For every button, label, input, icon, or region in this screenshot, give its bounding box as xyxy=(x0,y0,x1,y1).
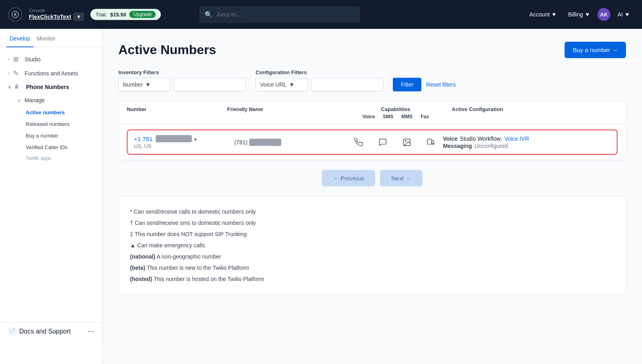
sidebar-item-studio[interactable]: › ⊞ Studio xyxy=(0,52,102,66)
manage-submenu: Active numbers Released numbers Buy a nu… xyxy=(18,107,102,153)
messaging-config-row: Messaging Unconfigured xyxy=(443,143,610,149)
config-filter-row: Voice URL ▼ xyxy=(256,78,383,91)
account-chevron-icon: ▼ xyxy=(551,11,557,18)
filters-section: Inventory Filters Number ▼ Configuration… xyxy=(118,69,626,91)
phone-number-link[interactable]: +1 781 ▲ xyxy=(134,135,234,142)
trial-amount: $15.50 xyxy=(110,12,126,18)
trial-badge: Trial: $15.50 Upgrade xyxy=(90,9,161,20)
dropdown-chevron-icon: ▼ xyxy=(289,81,295,88)
number-filter-input[interactable] xyxy=(174,78,246,91)
mms-capability-cell xyxy=(395,138,419,147)
col-sms-sub: SMS xyxy=(383,114,393,119)
pagination: ← Previous Next → xyxy=(118,170,626,186)
number-dropdown[interactable]: Number ▼ xyxy=(118,78,171,91)
sidebar-item-label: Functions and Assets xyxy=(24,70,78,77)
legend-section: * Can send/receive calls to domestic num… xyxy=(118,196,626,295)
next-button[interactable]: Next → xyxy=(380,170,423,186)
legend-line2: † Can send/receive sms to domestic numbe… xyxy=(130,217,614,229)
topnav-right: Account ▼ Billing ▼ AK AI ▼ xyxy=(525,8,634,21)
account-button[interactable]: Account ▼ xyxy=(525,9,561,20)
config-filter-group: Configuration Filters Voice URL ▼ xyxy=(256,69,383,91)
dropdown-chevron-icon: ▼ xyxy=(145,81,151,88)
ai-button[interactable]: AI ▼ xyxy=(614,9,634,20)
chevron-right-icon: › xyxy=(8,57,9,61)
col-fax-sub: Fax xyxy=(421,114,429,119)
tab-develop[interactable]: Develop xyxy=(6,29,33,47)
sidebar-item-phone-numbers[interactable]: ∨ # Phone Numbers xyxy=(0,80,102,94)
legend-line6: (beta) This number is new to the Twilio … xyxy=(130,262,614,273)
col-friendly-header: Friendly Name xyxy=(227,106,339,119)
col-voice-sub: Voice xyxy=(362,114,375,119)
voice-url-dropdown[interactable]: Voice URL ▼ xyxy=(256,78,308,91)
col-capabilities-header: Capabilities Voice SMS MMS Fax xyxy=(339,106,452,119)
previous-button[interactable]: ← Previous xyxy=(322,170,376,186)
tab-monitor[interactable]: Monitor xyxy=(33,29,59,47)
svg-rect-4 xyxy=(427,139,432,144)
voice-ivr-link[interactable]: Voice IVR xyxy=(504,135,529,142)
sidebar-item-buy-number[interactable]: Buy a number xyxy=(26,130,102,142)
legend-line4: ▲ Can make emergency calls. xyxy=(130,240,614,251)
functions-icon: ✎ xyxy=(13,69,20,77)
studio-icon: ⊞ xyxy=(13,55,20,63)
friendly-name-cell: (781) xyxy=(234,139,347,146)
sidebar-item-verified-caller[interactable]: Verified Caller IDs xyxy=(26,142,102,153)
chevron-down-icon: ∨ xyxy=(18,98,20,103)
legend-line7: (hosted) This number is hosted on the Tw… xyxy=(130,273,614,285)
app-info: Console FlexClickToText ▼ xyxy=(29,8,84,21)
sidebar-item-manage[interactable]: ∨ Manage xyxy=(18,94,102,107)
billing-chevron-icon: ▼ xyxy=(585,11,590,18)
inventory-filter-row: Number ▼ xyxy=(118,78,246,91)
emergency-icon: ▲ xyxy=(193,137,197,141)
sidebar-tabs: Develop Monitor xyxy=(0,29,102,47)
config-cell: Voice Studio Workflow: Voice IVR Messagi… xyxy=(443,135,610,149)
voice-url-filter-input[interactable] xyxy=(311,78,383,91)
legend-line1: * Can send/receive calls to domestic num… xyxy=(130,206,614,217)
col-number-header: Number xyxy=(127,106,227,119)
legend-line3: ‡ This number does NOT support SIP Trunk… xyxy=(130,229,614,240)
phone-numbers-submenu: ∨ Manage Active numbers Released numbers… xyxy=(0,94,102,164)
billing-button[interactable]: Billing ▼ xyxy=(564,9,594,20)
docs-icon: 📄 xyxy=(8,328,16,335)
buy-number-button[interactable]: Buy a number → xyxy=(565,42,626,58)
number-region: US, US xyxy=(134,143,234,149)
app-switcher-button[interactable]: ▼ xyxy=(73,13,84,21)
trial-label: Trial: xyxy=(95,12,107,18)
numbers-table: Number Friendly Name Capabilities Voice … xyxy=(118,101,626,160)
voice-config-row: Voice Studio Workflow: Voice IVR xyxy=(443,135,610,142)
filter-button[interactable]: Filter xyxy=(393,78,421,91)
number-cell: +1 781 ▲ US, US xyxy=(134,135,234,149)
docs-support-item[interactable]: 📄 Docs and Support ⋯ xyxy=(0,322,102,340)
app-name[interactable]: FlexClickToText xyxy=(29,14,71,20)
hash-icon: # xyxy=(15,83,22,91)
app-logo-icon[interactable] xyxy=(8,7,22,22)
table-row: +1 781 ▲ US, US (781) xyxy=(119,125,626,160)
sidebar-nav: › ⊞ Studio › ✎ Functions and Assets ∨ # … xyxy=(0,47,102,168)
chevron-right-icon: › xyxy=(8,71,9,75)
fax-capability-cell xyxy=(419,138,443,147)
voice-capability-cell xyxy=(347,138,371,147)
filter-actions: Filter Reset filters xyxy=(393,78,456,91)
sms-capability-cell xyxy=(371,138,395,147)
inventory-filter-label: Inventory Filters xyxy=(118,69,246,75)
console-label: Console xyxy=(29,8,84,13)
sidebar-item-label: Studio xyxy=(24,56,41,63)
page-title: Active Numbers xyxy=(118,42,216,57)
reset-filters-button[interactable]: Reset filters xyxy=(426,81,456,88)
col-mms-sub: MMS xyxy=(401,114,412,119)
page-header: Active Numbers Buy a number → xyxy=(118,42,626,58)
sidebar-item-label: Phone Numbers xyxy=(26,84,69,90)
upgrade-button[interactable]: Upgrade xyxy=(129,11,156,18)
sidebar-item-released-numbers[interactable]: Released numbers xyxy=(26,118,102,130)
sidebar-item-active-numbers[interactable]: Active numbers xyxy=(26,107,102,118)
number-redacted xyxy=(156,135,192,142)
topnav: Console FlexClickToText ▼ Trial: $15.50 … xyxy=(0,0,642,29)
search-bar[interactable]: 🔍 xyxy=(199,6,360,22)
chevron-down-icon: ∨ xyxy=(8,85,11,89)
number-row-inner[interactable]: +1 781 ▲ US, US (781) xyxy=(127,129,618,155)
sidebar-twiml-label: TwiML apps xyxy=(18,153,102,164)
col-config-header: Active Configuration xyxy=(452,106,618,119)
search-input[interactable] xyxy=(216,11,355,18)
sidebar-item-functions[interactable]: › ✎ Functions and Assets xyxy=(0,66,102,80)
main-content: Active Numbers Buy a number → Inventory … xyxy=(102,29,642,364)
avatar[interactable]: AK xyxy=(597,8,610,21)
